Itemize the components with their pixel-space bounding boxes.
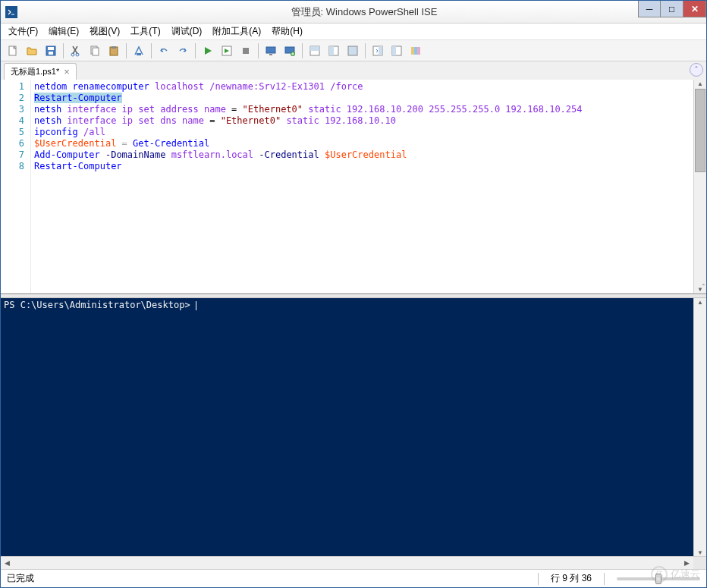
line-number: 8 [1, 161, 24, 172]
scroll-left-icon[interactable]: ◀ [1, 557, 14, 569]
line-number: 3 [1, 104, 24, 115]
console-horizontal-scrollbar[interactable]: ◀ ▶ [1, 556, 706, 569]
statusbar: 已完成 行 9 列 36 [1, 569, 706, 587]
layout-script-icon[interactable] [306, 42, 324, 60]
line-number: 7 [1, 149, 24, 161]
toolbar-separator [365, 43, 366, 58]
line-number: 1 [1, 81, 24, 93]
status-separator [538, 573, 539, 585]
titlebar: 管理员: Windows PowerShell ISE ─ □ ✕ [1, 1, 706, 24]
line-number: 2 [1, 93, 24, 104]
svg-rect-28 [414, 47, 417, 55]
text-cursor [196, 301, 196, 310]
close-button[interactable]: ✕ [683, 1, 706, 17]
code-line[interactable]: netdom renamecomputer localhost /newname… [34, 81, 690, 93]
clear-icon[interactable] [130, 42, 148, 60]
menu-help[interactable]: 帮助(H) [267, 24, 307, 39]
line-number-gutter: 12345678 [1, 80, 31, 293]
layout-side-icon[interactable] [325, 42, 343, 60]
console-body: PS C:\Users\Administrator\Desktop> ▲ ▼ [1, 298, 706, 556]
svg-rect-27 [411, 47, 414, 55]
code-editor[interactable]: netdom renamecomputer localhost /newname… [31, 80, 693, 293]
menu-tools[interactable]: 工具(T) [126, 24, 165, 39]
svg-rect-24 [379, 46, 382, 55]
paste-icon[interactable] [105, 42, 123, 60]
remote-icon[interactable] [262, 42, 280, 60]
copy-icon[interactable] [86, 42, 104, 60]
collapse-script-pane-icon[interactable]: ˆ [690, 63, 703, 77]
code-line[interactable]: Restart-Computer [34, 161, 690, 172]
stop-icon[interactable] [237, 42, 255, 60]
code-line[interactable]: ipconfig /all [34, 127, 690, 138]
redo-icon[interactable] [174, 42, 192, 60]
menu-debug[interactable]: 调试(D) [167, 24, 207, 39]
scroll-down-icon[interactable]: ▼ [694, 549, 706, 556]
toolbar-separator [126, 43, 127, 58]
tab-close-icon[interactable]: × [64, 67, 70, 77]
scroll-thumb[interactable] [695, 89, 705, 172]
zoom-slider[interactable] [617, 577, 700, 580]
console-pane: PS C:\Users\Administrator\Desktop> ▲ ▼ ◀… [1, 298, 706, 569]
svg-rect-3 [48, 47, 54, 50]
command-pane-icon[interactable] [369, 42, 387, 60]
menu-edit[interactable]: 编辑(E) [44, 24, 83, 39]
zoom-thumb[interactable] [655, 574, 661, 584]
window-controls: ─ □ ✕ [638, 1, 706, 17]
line-number: 5 [1, 127, 24, 138]
command-addon-icon[interactable] [388, 42, 406, 60]
svg-rect-10 [112, 46, 116, 49]
vertical-scrollbar[interactable]: ▲ ▼ [693, 80, 706, 293]
new-remote-icon[interactable] [281, 42, 299, 60]
menu-addons[interactable]: 附加工具(A) [208, 24, 266, 39]
line-number: 4 [1, 115, 24, 127]
toolbar-separator [151, 43, 152, 58]
open-folder-icon[interactable] [23, 42, 41, 60]
svg-rect-21 [329, 46, 334, 55]
cursor-position: 行 9 列 36 [551, 572, 592, 585]
menu-file[interactable]: 文件(F) [4, 24, 42, 39]
app-icon [5, 6, 17, 18]
svg-rect-15 [269, 54, 272, 55]
new-file-icon[interactable] [4, 42, 22, 60]
code-line[interactable]: Restart-Computer [34, 93, 690, 104]
status-text: 已完成 [7, 572, 34, 585]
svg-rect-29 [417, 47, 420, 55]
menu-view[interactable]: 视图(V) [85, 24, 124, 39]
svg-rect-19 [310, 46, 319, 51]
toolbar [1, 40, 706, 61]
console-input[interactable]: PS C:\Users\Administrator\Desktop> [1, 298, 693, 556]
svg-rect-4 [49, 52, 53, 55]
code-line[interactable]: $UserCredential = Get-Credential [34, 138, 690, 149]
svg-rect-22 [348, 46, 357, 55]
code-line[interactable]: netsh interface ip set address name = "E… [34, 104, 690, 115]
scroll-up-icon[interactable]: ▲ [694, 80, 706, 87]
save-icon[interactable] [42, 42, 60, 60]
tab-untitled[interactable]: 无标题1.ps1* × [4, 63, 77, 80]
scroll-track[interactable] [14, 557, 680, 569]
code-line[interactable]: netsh interface ip set dns name = "Ether… [34, 115, 690, 127]
console-vertical-scrollbar[interactable]: ▲ ▼ [693, 298, 706, 556]
run-selection-icon[interactable] [218, 42, 236, 60]
toolbar-separator [195, 43, 196, 58]
cut-icon[interactable] [67, 42, 85, 60]
app-window: 管理员: Windows PowerShell ISE ─ □ ✕ 文件(F) … [0, 0, 707, 588]
scroll-up-icon[interactable]: ▲ [694, 298, 706, 306]
pane-splitter[interactable]: ˆ [1, 294, 706, 298]
scroll-right-icon[interactable]: ▶ [680, 557, 693, 569]
undo-icon[interactable] [155, 42, 173, 60]
run-icon[interactable] [199, 42, 217, 60]
maximize-button[interactable]: □ [661, 1, 683, 17]
tab-label: 无标题1.ps1* [11, 66, 59, 77]
tabbar: 无标题1.ps1* × ˆ [1, 61, 706, 80]
minimize-button[interactable]: ─ [638, 1, 661, 17]
line-number: 6 [1, 138, 24, 149]
menubar: 文件(F) 编辑(E) 视图(V) 工具(T) 调试(D) 附加工具(A) 帮助… [1, 24, 706, 40]
window-title: 管理员: Windows PowerShell ISE [22, 5, 706, 19]
collapse-console-icon[interactable]: ˆ [702, 284, 705, 292]
svg-rect-13 [243, 48, 249, 54]
toolbar-separator [302, 43, 303, 58]
layout-max-icon[interactable] [344, 42, 362, 60]
code-line[interactable]: Add-Computer -DomainName msftlearn.local… [34, 149, 690, 161]
options-icon[interactable] [407, 42, 425, 60]
editor-area: 12345678 netdom renamecomputer localhost… [1, 80, 706, 569]
